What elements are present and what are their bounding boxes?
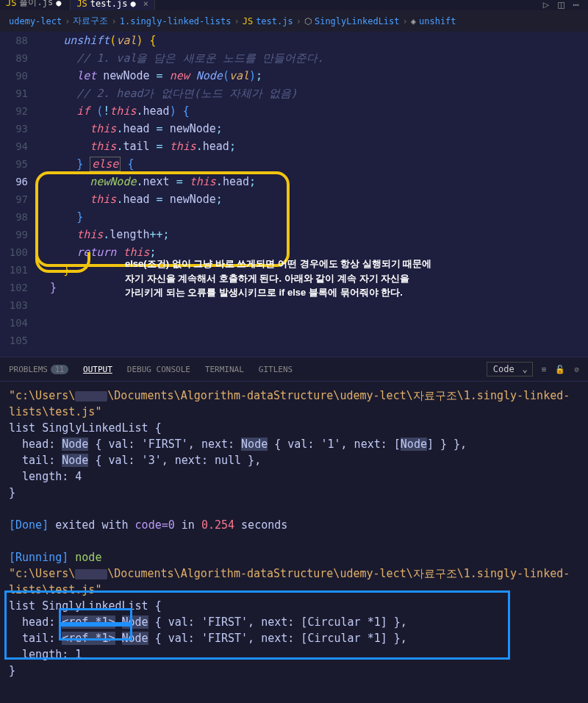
- tab-inactive[interactable]: JS 풀이.js ●: [0, 0, 71, 10]
- redacted-username: [75, 569, 107, 579]
- tab-active[interactable]: JS test.js ● ×: [71, 0, 155, 10]
- js-icon: JS: [6, 0, 16, 8]
- js-icon: JS: [76, 0, 87, 9]
- crumb[interactable]: udemy-lect: [9, 16, 62, 26]
- modified-dot: ●: [56, 0, 61, 8]
- run-icon[interactable]: ▷: [543, 0, 549, 10]
- tab-problems[interactable]: PROBLEMS11: [9, 365, 68, 374]
- output-channel-dropdown[interactable]: Code: [487, 362, 533, 377]
- tab-debug-console[interactable]: DEBUG CONSOLE: [127, 365, 190, 374]
- crumb-sep: ›: [296, 16, 301, 26]
- tab-label: 풀이.js: [19, 0, 53, 9]
- split-icon[interactable]: ◫: [558, 0, 564, 10]
- crumb[interactable]: unshift: [419, 16, 456, 26]
- class-icon: ⬡: [304, 16, 312, 26]
- tab-gitlens[interactable]: GITLENS: [259, 365, 293, 374]
- js-icon: JS: [243, 16, 253, 26]
- crumb[interactable]: 자료구조: [73, 15, 108, 27]
- crumb-sep: ›: [111, 16, 116, 26]
- tab-output[interactable]: OUTPUT: [83, 365, 112, 374]
- annotation-text: else(조건) 없이 그냥 바로 쓰게되면 어떤 경우에도 항상 실행되기 때…: [125, 257, 529, 300]
- crumb-sep: ›: [234, 16, 239, 26]
- tab-terminal[interactable]: TERMINAL: [205, 365, 244, 374]
- filter-icon[interactable]: ≡: [542, 365, 547, 374]
- close-icon[interactable]: ×: [143, 0, 148, 9]
- crumb[interactable]: SinglyLinkedList: [315, 16, 400, 26]
- output-panel[interactable]: "c:\Users\\Documents\Algorithm-dataStruc…: [0, 382, 588, 703]
- method-icon: ◈: [411, 16, 416, 26]
- breadcrumb: udemy-lect › 자료구조 › 1.singly-linked-list…: [0, 10, 588, 32]
- crumb[interactable]: 1.singly-linked-lists: [120, 16, 232, 26]
- code-area[interactable]: unshift(val) { // 1. val을 담은 새로운 노드를 만들어…: [37, 32, 588, 349]
- tabs-bar: JS 풀이.js ● JS test.js ● × ▷ ◫ ⋯: [0, 0, 588, 10]
- tab-label: test.js: [90, 0, 128, 9]
- header-actions: ▷ ◫ ⋯: [543, 0, 588, 10]
- crumb-sep: ›: [65, 16, 70, 26]
- code-editor[interactable]: 88 89 90 91 92 93 94 95 96 97 98 99 100 …: [0, 32, 588, 357]
- clear-icon[interactable]: ⊘: [574, 365, 579, 374]
- panel-tabs: PROBLEMS11 OUTPUT DEBUG CONSOLE TERMINAL…: [0, 357, 588, 382]
- line-gutter: 88 89 90 91 92 93 94 95 96 97 98 99 100 …: [0, 32, 37, 349]
- modified-dot: ●: [130, 0, 135, 9]
- redacted-username: [75, 391, 107, 402]
- crumb-sep: ›: [403, 16, 408, 26]
- crumb[interactable]: test.js: [256, 16, 293, 26]
- more-icon[interactable]: ⋯: [573, 0, 579, 10]
- lock-icon[interactable]: 🔓: [555, 365, 565, 374]
